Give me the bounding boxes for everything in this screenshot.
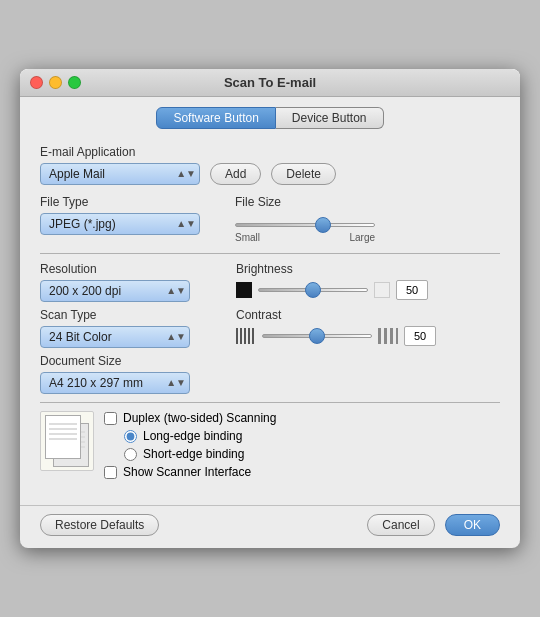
brightness-section: Brightness 50	[236, 262, 500, 302]
filesize-large-label: Large	[349, 232, 375, 243]
filesize-slider-labels: Small Large	[235, 232, 375, 243]
minimize-button[interactable]	[49, 76, 62, 89]
restore-defaults-button[interactable]: Restore Defaults	[40, 514, 159, 536]
brightness-label: Brightness	[236, 262, 500, 276]
short-edge-label: Short-edge binding	[143, 447, 244, 461]
contrast-value: 50	[404, 326, 436, 346]
duplex-checkbox[interactable]	[104, 412, 117, 425]
page-front-lines	[49, 420, 77, 440]
window-title: Scan To E-mail	[224, 75, 316, 90]
contrast-section: Contrast 50	[236, 308, 500, 348]
duplex-radio-group: Long-edge binding Short-edge binding	[124, 429, 276, 461]
filetype-filesize-row: File Type JPEG (*.jpg) PDF PNG TIFF ▲▼ F…	[40, 195, 500, 243]
brightness-dark-icon	[236, 282, 252, 298]
page-front	[45, 415, 81, 459]
tab-device-button[interactable]: Device Button	[276, 107, 384, 129]
document-size-section: Document Size A4 210 x 297 mm Letter Leg…	[40, 354, 500, 394]
filetype-select[interactable]: JPEG (*.jpg) PDF PNG TIFF	[40, 213, 200, 235]
resolution-select[interactable]: 100 x 100 dpi 200 x 200 dpi 300 x 300 dp…	[40, 280, 190, 302]
filetype-label: File Type	[40, 195, 225, 209]
resolution-select-wrapper: 100 x 100 dpi 200 x 200 dpi 300 x 300 dp…	[40, 280, 190, 302]
resolution-label: Resolution	[40, 262, 220, 276]
contrast-label: Contrast	[236, 308, 500, 322]
email-application-row: Apple Mail Outlook Thunderbird ▲▼ Add De…	[40, 163, 500, 185]
long-edge-row: Long-edge binding	[124, 429, 276, 443]
scantype-label: Scan Type	[40, 308, 220, 322]
filetype-section: File Type JPEG (*.jpg) PDF PNG TIFF ▲▼	[40, 195, 225, 235]
duplex-checkbox-row: Duplex (two-sided) Scanning	[104, 411, 276, 425]
brightness-value: 50	[396, 280, 428, 300]
filesize-label: File Size	[235, 195, 500, 209]
brightness-slider-container: 50	[236, 280, 500, 300]
document-size-select[interactable]: A4 210 x 297 mm Letter Legal	[40, 372, 190, 394]
long-edge-radio[interactable]	[124, 430, 137, 443]
contrast-dark-icon	[236, 328, 256, 344]
section-divider-1	[40, 253, 500, 254]
document-size-label: Document Size	[40, 354, 500, 368]
duplex-icon-inner	[45, 415, 89, 467]
close-button[interactable]	[30, 76, 43, 89]
filesize-small-label: Small	[235, 232, 260, 243]
duplex-checkbox-label: Duplex (two-sided) Scanning	[123, 411, 276, 425]
brightness-light-icon	[374, 282, 390, 298]
long-edge-label: Long-edge binding	[143, 429, 242, 443]
tab-software-button[interactable]: Software Button	[156, 107, 275, 129]
bottom-bar: Restore Defaults Cancel OK	[20, 505, 520, 548]
show-scanner-checkbox[interactable]	[104, 466, 117, 479]
show-scanner-row: Show Scanner Interface	[104, 465, 276, 479]
ok-button[interactable]: OK	[445, 514, 500, 536]
add-button[interactable]: Add	[210, 163, 261, 185]
duplex-options: Duplex (two-sided) Scanning Long-edge bi…	[104, 411, 276, 483]
action-buttons: Cancel OK	[367, 514, 500, 536]
traffic-lights	[30, 76, 81, 89]
scantype-section: Scan Type Black & White Gray 24 Bit Colo…	[40, 308, 220, 348]
filesize-slider[interactable]	[235, 223, 375, 227]
cancel-button[interactable]: Cancel	[367, 514, 434, 536]
filesize-section: File Size Small Large	[235, 195, 500, 243]
email-application-label: E-mail Application	[40, 145, 500, 159]
scantype-select[interactable]: Black & White Gray 24 Bit Color	[40, 326, 190, 348]
contrast-light-icon	[378, 328, 398, 344]
duplex-icon	[40, 411, 94, 471]
email-application-section: E-mail Application Apple Mail Outlook Th…	[40, 145, 500, 185]
short-edge-row: Short-edge binding	[124, 447, 276, 461]
short-edge-radio[interactable]	[124, 448, 137, 461]
delete-button[interactable]: Delete	[271, 163, 336, 185]
scantype-contrast-row: Scan Type Black & White Gray 24 Bit Colo…	[40, 308, 500, 348]
maximize-button[interactable]	[68, 76, 81, 89]
resolution-section: Resolution 100 x 100 dpi 200 x 200 dpi 3…	[40, 262, 220, 302]
scantype-select-wrapper: Black & White Gray 24 Bit Color ▲▼	[40, 326, 190, 348]
contrast-slider-container: 50	[236, 326, 500, 346]
email-select-wrapper: Apple Mail Outlook Thunderbird ▲▼	[40, 163, 200, 185]
duplex-section: Duplex (two-sided) Scanning Long-edge bi…	[40, 411, 500, 483]
section-divider-2	[40, 402, 500, 403]
titlebar: Scan To E-mail	[20, 69, 520, 97]
main-window: Scan To E-mail Software Button Device Bu…	[20, 69, 520, 548]
brightness-slider[interactable]	[258, 288, 368, 292]
email-application-select[interactable]: Apple Mail Outlook Thunderbird	[40, 163, 200, 185]
content-area: E-mail Application Apple Mail Outlook Th…	[20, 137, 520, 501]
filetype-select-wrapper: JPEG (*.jpg) PDF PNG TIFF ▲▼	[40, 213, 200, 235]
contrast-slider[interactable]	[262, 334, 372, 338]
document-size-select-wrapper: A4 210 x 297 mm Letter Legal ▲▼	[40, 372, 190, 394]
show-scanner-label: Show Scanner Interface	[123, 465, 251, 479]
tab-bar: Software Button Device Button	[20, 97, 520, 137]
resolution-brightness-row: Resolution 100 x 100 dpi 200 x 200 dpi 3…	[40, 262, 500, 302]
